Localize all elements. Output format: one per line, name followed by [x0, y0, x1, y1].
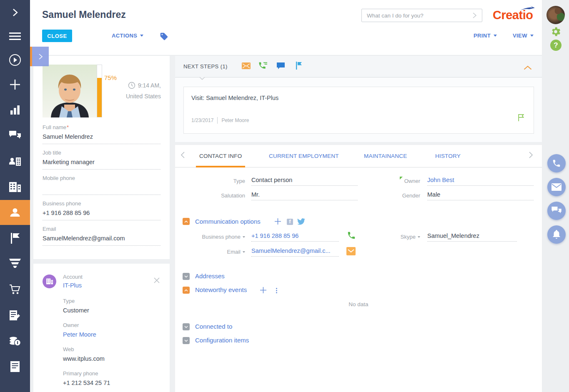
- call-button[interactable]: [547, 154, 566, 172]
- configuration-items-section-title[interactable]: Configuration items: [195, 337, 249, 344]
- chat-button[interactable]: [547, 202, 566, 220]
- task-owner: Peter Moore: [221, 117, 249, 123]
- account-name-link[interactable]: IT-Plus: [63, 282, 82, 289]
- new-call-icon[interactable]: [258, 61, 268, 72]
- tab-history[interactable]: HISTORY: [435, 153, 461, 159]
- caret-down-icon[interactable]: [243, 251, 245, 253]
- account-card: Account IT-Plus Type Customer Owner Pete…: [33, 264, 170, 392]
- gender-value[interactable]: Male: [427, 191, 534, 200]
- help-icon[interactable]: ?: [550, 40, 561, 51]
- country: United States: [113, 91, 161, 102]
- email-value[interactable]: SamuelMelendrez@gmail.c...: [251, 247, 339, 257]
- sidebar-item-contacts[interactable]: [0, 200, 30, 225]
- caret-down-icon[interactable]: [243, 236, 245, 238]
- local-time-block: 9:14 AM, United States: [113, 80, 161, 102]
- chat-bubbles-icon: [551, 207, 561, 215]
- expand-connected-to-chevron-icon[interactable]: [183, 323, 190, 330]
- no-data-message: No data: [175, 301, 542, 307]
- business-phone-value[interactable]: +1 916 288 85 96: [251, 232, 339, 242]
- new-chat-icon[interactable]: [277, 62, 285, 71]
- tab-maintainance[interactable]: MAINTAINANCE: [364, 153, 407, 159]
- creatio-logo: Creatio: [493, 7, 536, 23]
- building-icon[interactable]: [0, 178, 30, 196]
- tab-bar: CONTACT INFO CURRENT EMPLOYMENT MAINTAIN…: [175, 145, 542, 167]
- print-button[interactable]: PRINT: [474, 32, 497, 39]
- right-rail: ?: [542, 0, 569, 392]
- expand-addresses-chevron-icon[interactable]: [183, 273, 190, 280]
- notifications-button[interactable]: [547, 225, 566, 244]
- search-input[interactable]: [362, 12, 471, 19]
- cart-icon[interactable]: [0, 280, 30, 299]
- main-sidebar: [0, 0, 30, 392]
- expand-panel-handle[interactable]: [30, 47, 49, 66]
- owner-label: Owner: [358, 178, 420, 184]
- add-communication-icon[interactable]: [274, 218, 281, 227]
- funnel-icon[interactable]: [0, 255, 30, 273]
- tag-icon[interactable]: [160, 32, 168, 42]
- menu-icon[interactable]: [0, 27, 30, 45]
- chat-bubbles-icon[interactable]: [0, 127, 30, 145]
- add-icon[interactable]: [0, 75, 30, 94]
- noteworthy-menu-kebab-icon[interactable]: [273, 287, 279, 294]
- call-phone-icon[interactable]: [347, 231, 356, 242]
- caret-down-icon[interactable]: [418, 236, 420, 238]
- owner-value-link[interactable]: John Best: [427, 177, 534, 186]
- field-business-phone: Business phone +1 916 288 85 96: [43, 200, 160, 220]
- salutation-value[interactable]: Mr.: [251, 191, 358, 200]
- contact-photo[interactable]: [43, 65, 97, 117]
- skype-value[interactable]: Samuel_Melendrez: [427, 232, 517, 242]
- send-email-icon[interactable]: [346, 247, 356, 257]
- settings-gear-icon[interactable]: [550, 26, 561, 39]
- collapse-communication-chevron-icon[interactable]: [183, 218, 190, 225]
- dashboards-icon[interactable]: [0, 101, 30, 119]
- task-flag-icon[interactable]: [518, 114, 524, 123]
- task-meta: 1/23/2017 Peter Moore: [191, 117, 249, 124]
- tabs-scroll-right-icon[interactable]: [528, 151, 534, 160]
- twitter-icon[interactable]: [297, 218, 305, 227]
- facebook-icon[interactable]: f: [287, 219, 293, 225]
- contact-detail-card: CONTACT INFO CURRENT EMPLOYMENT MAINTAIN…: [175, 145, 542, 392]
- task-title[interactable]: Visit: Samuel Melendrez, IT-Plus: [191, 95, 278, 101]
- process-play-icon[interactable]: [0, 51, 30, 69]
- search-go-chevron-icon[interactable]: [471, 12, 478, 19]
- caret-down-icon: [530, 35, 534, 37]
- business-phone-label: Business phone: [175, 234, 245, 240]
- next-steps-header: NEXT STEPS (1): [175, 56, 542, 77]
- user-avatar[interactable]: [546, 6, 565, 24]
- tab-contact-info[interactable]: CONTACT INFO: [199, 153, 242, 159]
- flag-icon[interactable]: [0, 229, 30, 247]
- noteworthy-events-section-title[interactable]: Noteworthy events: [195, 286, 247, 293]
- collapse-next-steps-chevron-icon[interactable]: [524, 64, 532, 72]
- next-step-task-card[interactable]: Visit: Samuel Melendrez, IT-Plus 1/23/20…: [183, 87, 534, 134]
- document-icon[interactable]: [0, 357, 30, 376]
- skype-label: Skype: [358, 234, 420, 240]
- expand-configuration-items-chevron-icon[interactable]: [183, 337, 190, 344]
- chevron-right-icon: [38, 53, 43, 60]
- page-header: Samuel Melendrez CLOSE ACTIONS Creatio P…: [30, 0, 542, 55]
- add-noteworthy-event-icon[interactable]: [260, 287, 267, 295]
- connected-to-section-title[interactable]: Connected to: [195, 323, 232, 330]
- tabs-scroll-left-icon[interactable]: [180, 151, 185, 160]
- type-value[interactable]: Contact person: [251, 177, 358, 186]
- person-building-icon[interactable]: [0, 152, 30, 171]
- view-button[interactable]: VIEW: [513, 32, 534, 39]
- expand-sidebar-chevron-icon[interactable]: [0, 3, 30, 22]
- close-button[interactable]: CLOSE: [42, 30, 72, 42]
- caret-down-icon: [140, 35, 143, 37]
- tab-current-employment[interactable]: CURRENT EMPLOYMENT: [269, 153, 339, 159]
- email-button[interactable]: [547, 178, 566, 196]
- addresses-section-title[interactable]: Addresses: [195, 272, 225, 280]
- new-task-flag-icon[interactable]: [296, 62, 302, 71]
- logo-swoosh-icon: [519, 6, 535, 12]
- account-field-primary-phone: Primary phone +1 212 534 25 71: [63, 370, 155, 386]
- communication-options-title[interactable]: Communication options: [195, 218, 261, 225]
- new-email-icon[interactable]: [242, 62, 251, 71]
- creatio-contact-page: Samuel Melendrez CLOSE ACTIONS Creatio P…: [0, 0, 569, 392]
- coins-icon[interactable]: [0, 332, 30, 350]
- close-icon[interactable]: [153, 277, 160, 285]
- collapse-noteworthy-chevron-icon[interactable]: [183, 287, 190, 294]
- document-edit-icon[interactable]: [0, 306, 30, 325]
- actions-button[interactable]: ACTIONS: [112, 32, 143, 39]
- account-field-owner: Owner Peter Moore: [63, 322, 155, 338]
- contact-profile-card: 75% 9:14 AM, United States Full name* Sa…: [33, 56, 170, 259]
